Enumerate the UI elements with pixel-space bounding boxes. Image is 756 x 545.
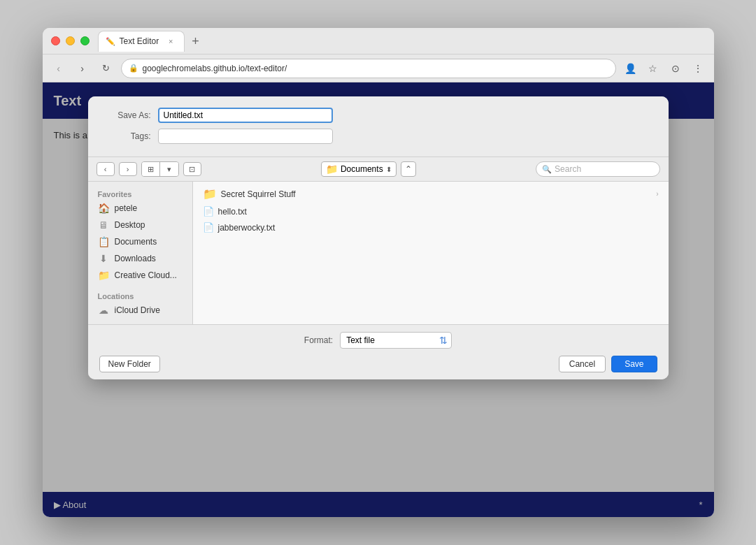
- sidebar-item-icloud-label: iCloud Drive: [115, 305, 160, 315]
- format-label: Format:: [304, 335, 333, 345]
- save-button[interactable]: Save: [611, 356, 657, 372]
- menu-button[interactable]: ⋮: [689, 59, 707, 78]
- forward-button[interactable]: ›: [73, 59, 92, 78]
- new-tab-button[interactable]: +: [187, 35, 204, 48]
- file-name-hello: hello.txt: [218, 207, 247, 217]
- save-as-label: Save As:: [102, 110, 151, 120]
- save-as-field: Save As:: [102, 108, 655, 123]
- dialog-body: Favorites 🏠 petele 🖥 Desktop 📋 Documents: [88, 182, 669, 324]
- view-dropdown-button[interactable]: ▾: [160, 162, 178, 176]
- lock-icon: 🔒: [129, 64, 138, 73]
- sidebar-item-petele-label: petele: [115, 203, 138, 213]
- tab-close-button[interactable]: ×: [166, 36, 176, 46]
- profile-button[interactable]: ⊙: [666, 59, 685, 78]
- sidebar-item-documents[interactable]: 📋 Documents: [88, 233, 192, 250]
- url-bar[interactable]: 🔒 googlechromelabs.github.io/text-editor…: [121, 59, 616, 78]
- column-view-button[interactable]: ⊞: [142, 162, 160, 176]
- tags-field: Tags:: [102, 129, 655, 144]
- location-arrows-icon: ⬍: [386, 166, 392, 173]
- browser-window: ✏️ Text Editor × + ‹ › ↻ 🔒 googlechromel…: [43, 28, 714, 517]
- dialog-footer: Format: Text file HTML file Markdown fil…: [88, 324, 669, 379]
- cancel-button[interactable]: Cancel: [559, 356, 606, 372]
- doc-icon-jabberwocky: 📄: [203, 222, 214, 233]
- close-traffic-light[interactable]: [51, 36, 60, 45]
- search-box[interactable]: 🔍 Search: [536, 161, 659, 177]
- save-as-input[interactable]: [158, 108, 333, 123]
- icloud-icon: ☁: [98, 305, 109, 316]
- back-button[interactable]: ‹: [50, 59, 68, 78]
- file-name-secret-squirrel: Secret Squirrel Stuff: [221, 189, 296, 199]
- desktop-icon: 🖥: [98, 219, 109, 231]
- tags-input[interactable]: [158, 129, 333, 144]
- sidebar-item-documents-label: Documents: [115, 237, 157, 247]
- creative-cloud-icon: 📁: [98, 270, 109, 281]
- chevron-right-icon: ›: [656, 190, 658, 198]
- address-bar: ‹ › ↻ 🔒 googlechromelabs.github.io/text-…: [43, 54, 714, 82]
- file-list-area: 📁 Secret Squirrel Stuff › 📄 hello.txt 📄 …: [193, 182, 669, 324]
- app-content: Text This is a n Save As: Tags:: [43, 82, 714, 517]
- home-icon: 🏠: [98, 203, 109, 214]
- format-row: Format: Text file HTML file Markdown fil…: [99, 332, 657, 349]
- view-toggle-group: ⊞ ▾: [141, 161, 179, 177]
- expand-button[interactable]: ⌃: [401, 161, 416, 177]
- url-text: googlechromelabs.github.io/text-editor/: [143, 64, 287, 73]
- format-select[interactable]: Text file HTML file Markdown file: [340, 332, 452, 349]
- title-bar: ✏️ Text Editor × +: [43, 28, 714, 54]
- pencil-icon: ✏️: [106, 37, 115, 46]
- file-item-jabberwocky[interactable]: 📄 jabberwocky.txt: [196, 219, 666, 235]
- dialog-sidebar: Favorites 🏠 petele 🖥 Desktop 📋 Documents: [88, 182, 193, 324]
- dialog-toolbar: ‹ › ⊞ ▾ ⊡ 📁 Documents ⬍ ⌃: [88, 157, 669, 182]
- location-name: Documents: [341, 164, 383, 174]
- tab-bar: ✏️ Text Editor × +: [98, 31, 706, 52]
- search-placeholder: Search: [555, 164, 581, 174]
- favorites-label: Favorites: [88, 187, 192, 200]
- sidebar-item-desktop[interactable]: 🖥 Desktop: [88, 217, 192, 233]
- file-name-jabberwocky: jabberwocky.txt: [218, 223, 276, 233]
- new-folder-toolbar-button[interactable]: ⊡: [183, 162, 201, 176]
- documents-icon: 📋: [98, 236, 109, 247]
- search-icon: 🔍: [542, 165, 552, 174]
- dialog-right-actions: Cancel Save: [559, 356, 657, 372]
- back-nav-button[interactable]: ‹: [97, 162, 115, 176]
- sidebar-item-downloads-label: Downloads: [115, 254, 156, 263]
- sidebar-item-downloads[interactable]: ⬇ Downloads: [88, 250, 192, 267]
- tags-label: Tags:: [102, 131, 151, 141]
- sidebar-item-petele[interactable]: 🏠 petele: [88, 200, 192, 217]
- dialog-actions: New Folder Cancel Save: [99, 356, 657, 372]
- location-dropdown[interactable]: 📁 Documents ⬍: [321, 161, 397, 177]
- sidebar-item-creative-cloud-label: Creative Cloud...: [115, 270, 177, 280]
- downloads-icon: ⬇: [98, 253, 109, 264]
- bookmark-button[interactable]: ☆: [644, 59, 662, 78]
- save-dialog: Save As: Tags: ‹ › ⊞ ▾ ⊡: [88, 96, 669, 379]
- sidebar-item-creative-cloud[interactable]: 📁 Creative Cloud...: [88, 267, 192, 284]
- format-select-wrapper: Text file HTML file Markdown file ⇅: [340, 332, 452, 349]
- locations-label: Locations: [88, 289, 192, 302]
- browser-actions: 👤 ☆ ⊙ ⋮: [622, 59, 707, 78]
- sidebar-item-desktop-label: Desktop: [115, 220, 145, 230]
- folder-icon: 📁: [326, 164, 338, 175]
- new-folder-button[interactable]: New Folder: [99, 356, 160, 372]
- dialog-header: Save As: Tags:: [88, 96, 669, 157]
- active-tab[interactable]: ✏️ Text Editor ×: [98, 31, 185, 52]
- sidebar-item-icloud-drive[interactable]: ☁ iCloud Drive: [88, 302, 192, 319]
- tab-title: Text Editor: [120, 36, 159, 46]
- forward-nav-button[interactable]: ›: [119, 162, 137, 176]
- folder-icon: 📁: [203, 187, 217, 201]
- doc-icon: 📄: [203, 206, 214, 217]
- file-item-secret-squirrel[interactable]: 📁 Secret Squirrel Stuff ›: [196, 184, 666, 203]
- maximize-traffic-light[interactable]: [80, 36, 90, 45]
- minimize-traffic-light[interactable]: [66, 36, 75, 45]
- file-item-hello[interactable]: 📄 hello.txt: [196, 203, 666, 219]
- refresh-button[interactable]: ↻: [97, 59, 115, 78]
- dialog-overlay: Save As: Tags: ‹ › ⊞ ▾ ⊡: [43, 82, 714, 517]
- account-button[interactable]: 👤: [622, 59, 640, 78]
- traffic-lights: [51, 36, 90, 45]
